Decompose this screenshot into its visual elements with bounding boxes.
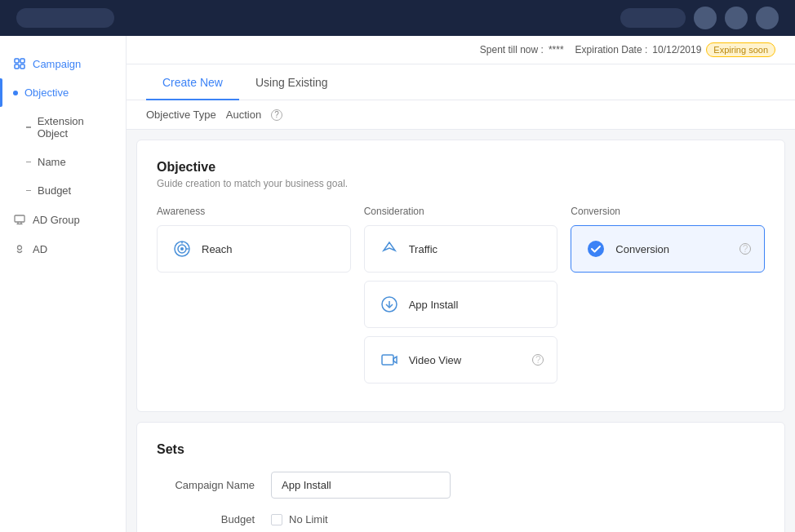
conversion-icon [584,237,607,260]
sidebar-item-ad[interactable]: AD [0,234,126,264]
consideration-column: Consideration Traffic [364,206,558,392]
conversion-label: Conversion [615,243,669,255]
svg-rect-2 [15,64,19,69]
tab-using-existing[interactable]: Using Existing [239,64,344,100]
sidebar-item-extension-object[interactable]: Extension Object [0,107,126,148]
app-install-icon [378,293,401,316]
awareness-col-title: Awareness [157,206,351,217]
sidebar-item-campaign[interactable]: Campaign [0,49,126,78]
objective-section-subtitle: Guide creation to match your business go… [157,178,765,189]
svg-rect-0 [15,59,19,63]
sidebar-item-budget[interactable]: Budget [0,176,126,205]
sidebar-item-objective[interactable]: Objective [0,78,126,107]
grid-icon [13,57,26,70]
sidebar-item-label-ad: AD [33,243,47,255]
monitor-icon [13,213,26,226]
objective-section: Objective Guide creation to match your b… [136,140,785,412]
objective-section-title: Objective [157,160,765,175]
reach-label: Reach [202,243,233,255]
svg-point-8 [18,246,22,250]
main-content: Spent till now : **** Expiration Date : … [127,36,795,532]
video-view-label: Video View [409,354,462,366]
sidebar-item-label-extension-object: Extension Object [38,115,113,140]
campaign-name-input[interactable] [271,472,451,499]
sidebar: Campaign Objective Extension Object Name… [0,36,127,532]
objective-type-value: Auction [226,109,261,121]
app-install-label: App Install [409,299,459,311]
avatar-2[interactable] [725,7,748,29]
conversion-help-icon[interactable]: ? [739,243,751,255]
conversion-column: Conversion Conversion ? [571,206,765,392]
campaign-name-label: Campaign Name [157,479,271,491]
svg-rect-16 [382,355,393,365]
traffic-icon [378,237,401,260]
objective-type-info-icon[interactable]: ? [271,109,282,121]
svg-point-13 [180,247,184,250]
conversion-col-title: Conversion [571,206,765,217]
spent-label: Spent till now : [480,44,544,55]
topbar-button[interactable] [620,8,686,28]
no-limit-row: No Limit [271,513,328,525]
svg-point-17 [588,241,604,257]
no-limit-label: No Limit [289,513,328,525]
reach-icon [171,237,193,260]
avatar-3[interactable] [756,7,779,29]
sidebar-item-label-campaign: Campaign [33,58,81,70]
sidebar-item-label-ad-group: AD Group [33,214,80,226]
active-dot-icon [13,91,18,95]
pin-icon [13,242,26,255]
topbar-right [620,7,779,29]
tab-create-new[interactable]: Create New [146,64,239,100]
svg-rect-3 [20,64,24,69]
video-view-help-icon[interactable]: ? [532,354,544,366]
expiring-badge: Expiring soon [706,42,775,57]
conversion-card[interactable]: Conversion ? [571,225,765,273]
sidebar-item-ad-group[interactable]: AD Group [0,205,126,234]
sets-section-title: Sets [157,442,765,457]
sidebar-item-name[interactable]: Name [0,148,126,176]
sets-section: Sets Campaign Name Budget No Limit [136,422,785,532]
objective-type-row: Objective Type Auction ? [127,100,795,130]
no-limit-checkbox[interactable] [271,514,282,525]
traffic-label: Traffic [409,243,437,255]
consideration-col-title: Consideration [364,206,558,217]
budget-label: Budget [157,513,271,525]
topbar [0,0,795,36]
objective-columns: Awareness Reach [157,206,765,392]
budget-row: Budget No Limit [157,513,765,525]
app-layout: Campaign Objective Extension Object Name… [0,36,795,532]
objective-type-label: Objective Type [146,109,216,121]
topbar-search[interactable] [16,8,114,28]
sidebar-item-label-budget: Budget [38,184,71,197]
expiration-label: Expiration Date : [575,44,648,55]
awareness-column: Awareness Reach [157,206,351,392]
svg-rect-4 [15,215,24,222]
svg-rect-1 [20,59,24,63]
traffic-card[interactable]: Traffic [364,225,558,273]
info-bar-content: Spent till now : **** Expiration Date : … [480,42,775,57]
dash-icon-3 [26,190,31,192]
campaign-name-row: Campaign Name [157,472,765,499]
reach-card[interactable]: Reach [157,225,351,273]
video-view-card[interactable]: Video View ? [364,336,558,383]
tabs-bar: Create New Using Existing [127,64,795,100]
app-install-card[interactable]: App Install [364,281,558,328]
sidebar-item-label-name: Name [38,156,66,168]
dash-icon-2 [26,162,31,163]
sidebar-item-label-objective: Objective [24,86,69,99]
info-bar: Spent till now : **** Expiration Date : … [127,36,795,64]
spent-value: **** [549,44,564,55]
avatar-1[interactable] [694,7,717,29]
dash-icon-1 [26,126,31,128]
expiration-value: 10/12/2019 [652,44,701,55]
video-view-icon [378,348,401,371]
